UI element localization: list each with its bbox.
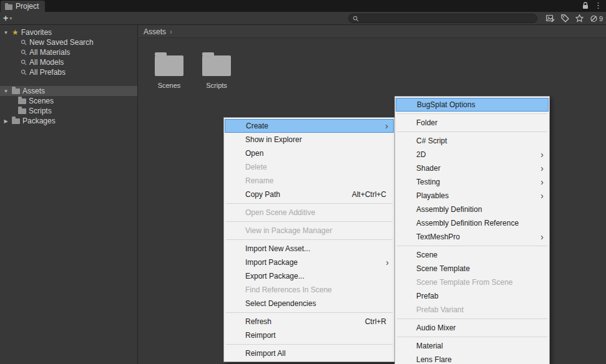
sidebar-item-favorites[interactable]: ▼ ★ Favorites bbox=[0, 27, 137, 37]
menu-item-bugsplat-options[interactable]: BugSplat Options bbox=[396, 98, 549, 112]
submenu-arrow-icon: › bbox=[540, 161, 544, 175]
asset-folder-scenes[interactable]: Scenes bbox=[147, 52, 191, 89]
sidebar-item-all-materials[interactable]: All Materials bbox=[0, 47, 137, 57]
menu-item-testing[interactable]: Testing› bbox=[396, 175, 549, 189]
menu-item-copy-path[interactable]: Copy PathAlt+Ctrl+C bbox=[225, 188, 394, 201]
menu-item-show-in-explorer[interactable]: Show in Explorer bbox=[225, 133, 394, 146]
menu-item-reimport-all[interactable]: Reimport All bbox=[225, 347, 394, 360]
menu-item-label: Folder bbox=[416, 118, 437, 127]
project-sidebar: ▼ ★ Favorites New Saved SearchAll Materi… bbox=[0, 26, 138, 364]
submenu-arrow-icon: › bbox=[540, 189, 544, 203]
menu-item-refresh[interactable]: RefreshCtrl+R bbox=[225, 315, 394, 328]
menu-item-label: Assembly Definition bbox=[416, 205, 482, 214]
search-by-type-icon[interactable] bbox=[546, 14, 555, 22]
menu-item-label: Select Dependencies bbox=[245, 299, 316, 308]
project-toolbar: + ▾ 9 bbox=[0, 12, 606, 25]
add-asset-button[interactable]: + bbox=[3, 12, 8, 24]
menu-item-2d[interactable]: 2D› bbox=[396, 148, 549, 161]
menu-item-delete: Delete bbox=[225, 160, 394, 174]
submenu-arrow-icon: › bbox=[540, 148, 544, 161]
menu-item-label: BugSplat Options bbox=[417, 100, 475, 109]
submenu-arrow-icon: › bbox=[385, 120, 388, 132]
menu-item-open-scene-additive: Open Scene Additive bbox=[225, 206, 394, 219]
lock-icon[interactable] bbox=[582, 2, 589, 9]
hidden-eye-icon bbox=[590, 15, 598, 22]
menu-separator bbox=[226, 203, 393, 204]
assets-children: ScenesScripts bbox=[0, 96, 137, 116]
menu-item-playables[interactable]: Playables› bbox=[396, 189, 549, 203]
search-box[interactable] bbox=[348, 14, 537, 23]
menu-item-label: Export Package... bbox=[245, 272, 305, 280]
sidebar-item-packages[interactable]: ▶ Packages bbox=[0, 116, 137, 126]
search-by-label-icon[interactable] bbox=[561, 14, 569, 22]
sidebar-item-label: Scenes bbox=[29, 97, 54, 105]
menu-item-import-package[interactable]: Import Package› bbox=[225, 256, 394, 269]
menu-item-folder[interactable]: Folder bbox=[396, 116, 549, 130]
folder-icon bbox=[12, 118, 20, 124]
menu-separator bbox=[226, 344, 393, 345]
foldout-closed-icon[interactable]: ▶ bbox=[2, 118, 9, 124]
breadcrumb-assets[interactable]: Assets bbox=[144, 27, 166, 36]
menu-item-assembly-definition[interactable]: Assembly Definition bbox=[396, 203, 549, 216]
menu-item-scene-template[interactable]: Scene Template bbox=[396, 262, 549, 275]
submenu-arrow-icon: › bbox=[540, 175, 544, 189]
menu-separator bbox=[397, 318, 547, 319]
sidebar-item-all-models[interactable]: All Models bbox=[0, 57, 137, 67]
save-search-star-icon[interactable] bbox=[575, 14, 584, 22]
menu-item-label: Audio Mixer bbox=[416, 323, 456, 332]
foldout-open-icon[interactable]: ▼ bbox=[2, 30, 9, 36]
folder-icon bbox=[202, 55, 231, 76]
menu-item-label: Reimport All bbox=[245, 349, 286, 358]
favorites-star-icon: ★ bbox=[12, 29, 19, 36]
add-dropdown-caret-icon[interactable]: ▾ bbox=[9, 16, 12, 21]
tab-project[interactable]: Project bbox=[1, 1, 45, 12]
sidebar-item-assets[interactable]: ▼ Assets bbox=[0, 86, 137, 96]
menu-item-textmeshpro[interactable]: TextMeshPro› bbox=[396, 230, 549, 244]
menu-item-label: Copy Path bbox=[245, 190, 280, 199]
menu-item-assembly-definition-reference[interactable]: Assembly Definition Reference bbox=[396, 216, 549, 230]
menu-item-audio-mixer[interactable]: Audio Mixer bbox=[396, 321, 549, 335]
sidebar-item-label: All Models bbox=[29, 58, 64, 67]
favorites-children: New Saved SearchAll MaterialsAll ModelsA… bbox=[0, 37, 137, 77]
menu-item-create[interactable]: Create› bbox=[225, 119, 394, 133]
menu-item-reimport[interactable]: Reimport bbox=[225, 328, 394, 342]
menu-item-label: Rename bbox=[245, 176, 273, 185]
asset-folder-label: Scripts bbox=[206, 82, 227, 89]
menu-item-label: C# Script bbox=[416, 136, 447, 145]
sidebar-item-new-saved-search[interactable]: New Saved Search bbox=[0, 37, 137, 47]
search-icon bbox=[21, 39, 27, 46]
context-menu: Create›Show in ExplorerOpenDeleteRenameC… bbox=[223, 117, 395, 362]
menu-item-rename: Rename bbox=[225, 174, 394, 188]
kebab-menu-icon[interactable]: ⋮ bbox=[594, 1, 602, 11]
menu-item-label: Scene Template bbox=[416, 264, 470, 273]
menu-item-view-in-package-manager: View in Package Manager bbox=[225, 224, 394, 237]
search-icon bbox=[21, 49, 27, 55]
menu-item-import-new-asset[interactable]: Import New Asset... bbox=[225, 242, 394, 256]
menu-separator bbox=[397, 246, 547, 246]
folder-icon bbox=[155, 55, 183, 76]
menu-item-scene[interactable]: Scene bbox=[396, 248, 549, 262]
menu-item-label: Import New Asset... bbox=[245, 244, 310, 253]
hidden-packages-toggle[interactable]: 9 bbox=[590, 15, 603, 22]
sidebar-item-scripts[interactable]: Scripts bbox=[0, 106, 137, 116]
menu-item-lens-flare[interactable]: Lens Flare bbox=[396, 353, 549, 364]
sidebar-item-scenes[interactable]: Scenes bbox=[0, 96, 137, 106]
breadcrumb: Assets › bbox=[139, 26, 606, 38]
menu-item-label: Create bbox=[246, 122, 268, 130]
asset-folder-scripts[interactable]: Scripts bbox=[195, 52, 238, 89]
menu-item-label: 2D bbox=[416, 150, 426, 159]
menu-item-shader[interactable]: Shader› bbox=[396, 161, 549, 175]
foldout-open-icon[interactable]: ▼ bbox=[2, 89, 9, 94]
menu-item-prefab[interactable]: Prefab bbox=[396, 289, 549, 303]
menu-item-c-script[interactable]: C# Script bbox=[396, 134, 549, 148]
hidden-count-label: 9 bbox=[599, 15, 603, 22]
menu-item-open[interactable]: Open bbox=[225, 146, 394, 160]
search-input[interactable] bbox=[361, 14, 533, 22]
sidebar-item-all-prefabs[interactable]: All Prefabs bbox=[0, 67, 137, 77]
menu-item-export-package[interactable]: Export Package... bbox=[225, 269, 394, 283]
asset-grid: ScenesScripts bbox=[139, 38, 606, 89]
menu-item-material[interactable]: Material bbox=[396, 339, 549, 353]
sidebar-item-label: Assets bbox=[22, 87, 45, 95]
menu-item-select-dependencies[interactable]: Select Dependencies bbox=[225, 297, 394, 310]
sidebar-item-label: All Materials bbox=[29, 48, 70, 57]
